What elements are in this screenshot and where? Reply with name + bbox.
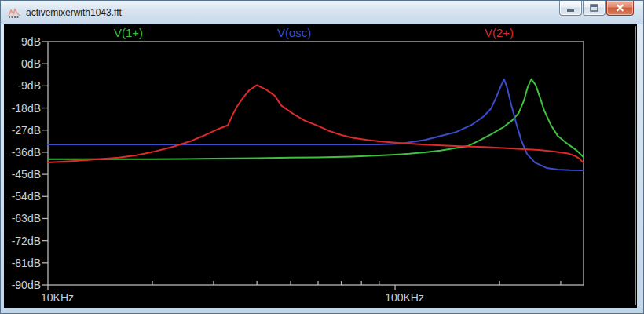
trace-3 — [48, 85, 584, 162]
y-tick-label: 9dB — [21, 35, 41, 48]
x-tick-label: 100KHz — [385, 291, 424, 304]
x-tick-label: 10KHz — [41, 291, 74, 304]
window-title: activemixerwith1043.fft — [26, 7, 122, 18]
y-tick-label: -9dB — [17, 79, 41, 92]
restore-icon — [590, 4, 598, 12]
minimize-icon — [567, 5, 575, 12]
y-tick-label: -63dB — [12, 212, 41, 225]
plot-window: activemixerwith1043.fft V(1+) — [0, 0, 644, 314]
window-controls — [558, 1, 634, 17]
fft-plot[interactable]: 9dB0dB-9dB-18dB-27dB-36dB-45dB-54dB-63dB… — [4, 24, 637, 308]
minimize-button[interactable] — [559, 1, 582, 16]
y-tick-label: -45dB — [12, 168, 41, 181]
plot-frame — [48, 42, 584, 285]
y-tick-label: -90dB — [12, 279, 41, 291]
close-button[interactable] — [606, 1, 634, 16]
y-tick-label: 0dB — [21, 57, 41, 70]
restore-button[interactable] — [583, 1, 606, 16]
y-tick-label: -72dB — [12, 235, 41, 247]
title-bar[interactable]: activemixerwith1043.fft — [1, 1, 643, 24]
y-tick-label: -36dB — [12, 146, 41, 159]
close-icon — [616, 4, 624, 12]
y-tick-label: -27dB — [12, 124, 41, 137]
y-tick-label: -18dB — [12, 102, 41, 115]
trace-1 — [48, 79, 584, 159]
plot-client-area[interactable]: V(1+) V(osc) V(2+) 9dB0dB-9dB-18dB-27dB-… — [4, 24, 637, 308]
y-tick-label: -81dB — [12, 257, 41, 269]
waveform-document-icon — [8, 7, 21, 19]
y-tick-label: -54dB — [12, 190, 41, 203]
